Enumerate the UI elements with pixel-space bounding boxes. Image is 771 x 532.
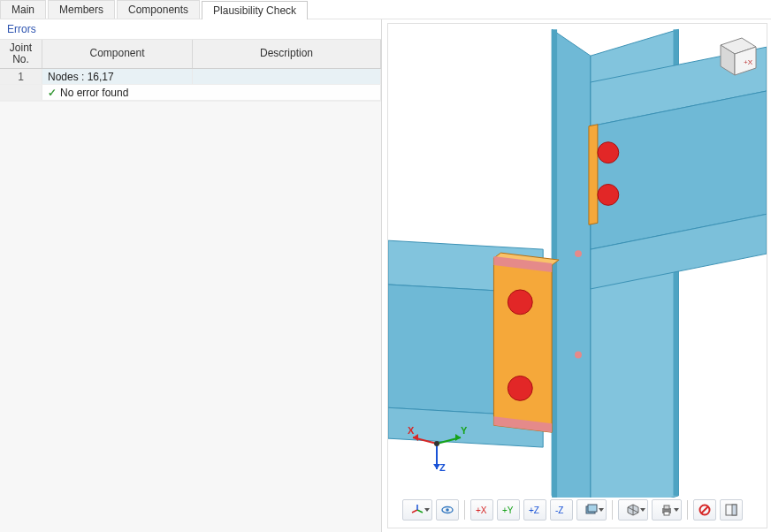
bolt-small-icon (575, 250, 582, 257)
tab-bar: Main Members Components Plausibility Che… (0, 0, 771, 19)
svg-text:+X: +X (744, 58, 753, 66)
disable-button[interactable] (693, 499, 716, 521)
col-header-component[interactable]: Component (42, 40, 193, 68)
render-style-icon (584, 503, 599, 517)
cell-description (193, 69, 381, 84)
cell-joint: 1 (0, 69, 42, 84)
render-style-button[interactable] (576, 499, 607, 521)
bolt-small-icon (575, 352, 582, 359)
cell-status: ✓ No error found (42, 85, 381, 100)
svg-text:-Z: -Z (555, 505, 563, 515)
view-z-minus-button[interactable]: -Z (550, 499, 573, 521)
view-toolbar: +X +Y +Z -Z (402, 498, 760, 522)
cell-component: Nodes : 16,17 (42, 69, 193, 84)
svg-rect-42 (664, 505, 669, 509)
view-y-button[interactable]: +Y (497, 499, 520, 521)
connection-scene (388, 24, 767, 528)
nav-cube[interactable]: +X (710, 31, 760, 80)
svg-line-28 (417, 510, 423, 513)
bolt-icon (508, 290, 532, 315)
end-plate-right (589, 125, 598, 224)
svg-text:+Y: +Y (502, 505, 514, 515)
svg-marker-12 (589, 125, 598, 224)
end-plate-left (493, 253, 559, 432)
bolt-icon (598, 142, 619, 163)
svg-text:+Z: +Z (529, 505, 539, 515)
errors-panel: Errors Joint No. Component Description 1… (0, 19, 382, 532)
svg-marker-0 (552, 29, 591, 521)
panel-toggle-button[interactable] (720, 499, 743, 521)
tab-components[interactable]: Components (117, 0, 200, 19)
axes-button[interactable] (402, 499, 432, 521)
iso-view-button[interactable] (618, 499, 648, 521)
axis-x-plus-icon: +X (475, 503, 489, 517)
svg-rect-43 (664, 512, 669, 515)
eye-icon (440, 503, 454, 517)
iso-view-icon (626, 503, 640, 517)
tab-members[interactable]: Members (48, 0, 115, 19)
axis-z-plus-icon: +Z (528, 503, 542, 517)
visibility-button[interactable] (436, 499, 459, 521)
svg-rect-2 (552, 29, 557, 521)
axes-icon (410, 503, 424, 517)
svg-point-31 (446, 508, 449, 512)
bolt-icon (598, 184, 619, 205)
errors-grid: Joint No. Component Description 1 Nodes … (0, 40, 381, 101)
tab-main[interactable]: Main (0, 0, 46, 19)
cell-joint (0, 85, 42, 100)
panel-toggle-icon (724, 503, 738, 517)
status-text: No error found (60, 87, 128, 99)
disable-icon (698, 503, 712, 517)
print-icon (660, 503, 674, 517)
bolt-icon (508, 376, 532, 400)
panel-fill (0, 101, 381, 532)
svg-marker-10 (493, 258, 552, 432)
view-z-plus-button[interactable]: +Z (523, 499, 546, 521)
right-beam-member (591, 47, 767, 289)
panel-title: Errors (0, 19, 381, 40)
tab-plausibility[interactable]: Plausibility Check (202, 1, 308, 19)
svg-line-45 (701, 506, 708, 513)
3d-viewport[interactable]: +X X Y Z (387, 23, 767, 528)
view-x-button[interactable]: +X (470, 499, 493, 521)
check-icon: ✓ (48, 87, 57, 99)
svg-rect-37 (588, 505, 597, 512)
svg-text:+X: +X (476, 505, 487, 515)
axis-y-plus-icon: +Y (501, 503, 515, 517)
axis-z-minus-icon: -Z (554, 503, 569, 517)
print-button[interactable] (652, 499, 682, 521)
col-header-description[interactable]: Description (193, 40, 381, 68)
svg-line-27 (412, 510, 417, 513)
table-row[interactable]: ✓ No error found (0, 85, 381, 101)
table-row[interactable]: 1 Nodes : 16,17 (0, 69, 381, 85)
col-header-joint[interactable]: Joint No. (0, 40, 42, 68)
svg-rect-47 (732, 505, 737, 515)
